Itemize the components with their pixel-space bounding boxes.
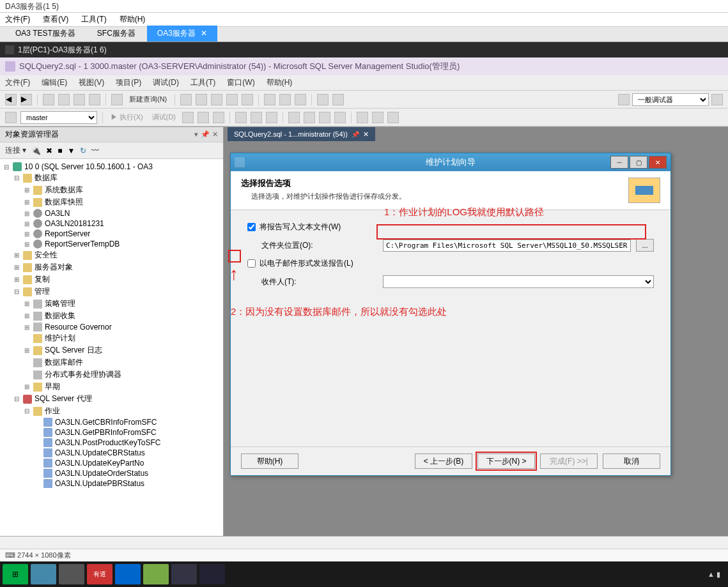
tb-xmla-icon[interactable] — [226, 94, 238, 105]
refresh-icon[interactable]: ↻ — [80, 146, 86, 155]
tree-job6[interactable]: OA3LN.UpdateOrderStatus — [55, 469, 148, 478]
save-report-checkbox[interactable] — [247, 223, 256, 231]
taskbar-tray[interactable]: ▲ ▮ — [708, 570, 725, 579]
back-button[interactable]: < 上一步(B) — [415, 454, 472, 469]
expand-agent[interactable]: ⊟ — [13, 395, 20, 402]
new-project-button[interactable] — [43, 94, 54, 105]
next-button[interactable]: 下一步(N) > — [477, 454, 535, 469]
menu-tools[interactable]: 工具(T) — [190, 77, 215, 88]
email-report-checkbox[interactable] — [247, 259, 256, 268]
browse-button[interactable]: ... — [636, 239, 654, 252]
outer-tab-sfc[interactable]: SFC服务器 — [87, 26, 146, 42]
indent-button[interactable] — [319, 112, 330, 123]
tree-maintplan[interactable]: 维护计划 — [45, 333, 75, 344]
tree-replication[interactable]: 复制 — [35, 274, 50, 285]
results-text-button[interactable] — [251, 112, 262, 123]
tree-databases[interactable]: 数据库 — [35, 172, 58, 183]
parse-button[interactable] — [197, 112, 209, 123]
tree-reportsrv[interactable]: ReportServer — [45, 229, 90, 238]
results-grid-button[interactable] — [235, 112, 247, 123]
help-button[interactable]: 帮助(H) — [241, 454, 298, 469]
new-query-button[interactable]: 新建查询(N) — [127, 93, 169, 105]
tree-resourcegov[interactable]: Resource Governor — [45, 323, 112, 332]
start-button[interactable]: ⊞ — [3, 564, 28, 584]
tree-job2[interactable]: OA3LN.GetPBRInfoFromSFC — [55, 428, 157, 437]
taskbar-app-7[interactable] — [199, 564, 225, 584]
new-query-icon[interactable] — [111, 94, 123, 105]
tree-agent[interactable]: SQL Server 代理 — [35, 393, 92, 404]
taskbar-app-4[interactable] — [115, 564, 141, 584]
results-file-button[interactable] — [266, 112, 277, 123]
close-icon[interactable]: ✕ — [201, 29, 207, 38]
tree-oa3ln2[interactable]: OA3LN20181231 — [45, 219, 104, 228]
close-button[interactable]: ✕ — [649, 156, 667, 169]
recipient-select[interactable] — [383, 275, 654, 288]
connect-dropdown[interactable]: 连接 ▾ — [5, 145, 26, 156]
open-button[interactable] — [58, 94, 70, 105]
taskbar-app-6[interactable] — [171, 564, 197, 584]
debug-button[interactable]: 调试(D) — [150, 111, 178, 123]
tb-mdx-icon[interactable] — [196, 94, 207, 105]
tree-management[interactable]: 管理 — [35, 286, 50, 297]
tree-job3[interactable]: OA3LN.PostProductKeyToSFC — [55, 438, 160, 447]
expand-server[interactable]: ⊟ — [3, 164, 10, 171]
outer-menu-view[interactable]: 查看(V) — [43, 14, 68, 25]
tree-sysdb[interactable]: 系统数据库 — [45, 185, 83, 195]
tree-policy[interactable]: 策略管理 — [45, 298, 75, 309]
nav-fwd-button[interactable]: ▶ — [20, 94, 32, 105]
tree-legacy[interactable]: 早期 — [45, 381, 60, 392]
tree-job7[interactable]: OA3LN.UpdatePBRStatus — [55, 479, 144, 488]
tree-job1[interactable]: OA3LN.GetCBRInfoFromSFC — [55, 418, 157, 427]
folder-location-input[interactable] — [383, 240, 631, 252]
copy-button[interactable] — [279, 94, 291, 105]
comment-button[interactable] — [288, 112, 300, 123]
filter-icon[interactable]: ▼ — [68, 146, 75, 155]
tree-job4[interactable]: OA3LN.UpdateCBRStatus — [55, 448, 145, 457]
tree-jobs[interactable]: 作业 — [45, 406, 60, 416]
menu-window[interactable]: 窗口(W) — [227, 77, 254, 88]
tree-server[interactable]: 10 0 (SQL Server 10.50.1600.1 - OA3 — [24, 162, 153, 171]
save-all-button[interactable] — [89, 94, 100, 105]
menu-file[interactable]: 文件(F) — [5, 77, 30, 88]
redo-button[interactable] — [332, 94, 344, 105]
tree-security[interactable]: 安全性 — [35, 250, 58, 261]
stop-button[interactable] — [182, 112, 194, 123]
tree-serverobj[interactable]: 服务器对象 — [35, 262, 73, 273]
expand-jobs[interactable]: ⊟ — [23, 408, 31, 415]
wizard-titlebar[interactable]: 维护计划向导 ─ ▢ ✕ — [231, 153, 670, 171]
object-explorer-tree[interactable]: ⊟10 0 (SQL Server 10.50.1600.1 - OA3 ⊟数据… — [0, 159, 223, 536]
outer-tab-oa3[interactable]: OA3服务器✕ — [147, 26, 217, 42]
outer-menu-file[interactable]: 文件(F) — [5, 14, 30, 25]
database-select[interactable]: master — [20, 111, 97, 124]
menu-debug[interactable]: 调试(D) — [153, 77, 179, 88]
taskbar-app-2[interactable] — [59, 564, 84, 584]
close-icon[interactable]: ✕ — [363, 130, 369, 139]
outer-sub-tab[interactable]: 1层(PC1)-OA3服务器(1 6) — [0, 42, 728, 57]
panel-dropdown-icon[interactable]: ▾ — [194, 130, 198, 139]
minimize-button[interactable]: ─ — [610, 156, 628, 169]
tree-datacoll[interactable]: 数据收集 — [45, 310, 75, 321]
outdent-button[interactable] — [334, 112, 346, 123]
panel-close-icon[interactable]: ✕ — [212, 130, 218, 139]
tb-dax-icon[interactable] — [242, 94, 253, 105]
tree-dtc[interactable]: 分布式事务处理协调器 — [45, 369, 121, 380]
tree-dbsnap[interactable]: 数据库快照 — [45, 197, 83, 208]
pin-icon[interactable]: 📌 — [352, 131, 359, 138]
expand-databases[interactable]: ⊟ — [13, 174, 20, 181]
taskbar-app-3[interactable]: 有道 — [87, 564, 112, 584]
tree-job5[interactable]: OA3LN.UpdateKeyPartNo — [55, 459, 144, 468]
menu-help[interactable]: 帮助(H) — [267, 77, 293, 88]
tree-dbmail[interactable]: 数据库邮件 — [45, 357, 83, 368]
taskbar-app-1[interactable] — [31, 564, 56, 584]
document-tab[interactable]: SQLQuery2.sql - 1...ministrator (54)) 📌 … — [228, 127, 375, 141]
tree-reportsrvtmp[interactable]: ReportServerTempDB — [45, 240, 120, 248]
paste-button[interactable] — [295, 94, 306, 105]
outer-tab-test[interactable]: OA3 TEST服务器 — [5, 26, 86, 42]
outer-menu-tools[interactable]: 工具(T) — [81, 14, 106, 25]
menu-view[interactable]: 视图(V) — [79, 77, 104, 88]
taskbar-app-5[interactable] — [143, 564, 169, 584]
menu-project[interactable]: 项目(P) — [116, 77, 141, 88]
maximize-button[interactable]: ▢ — [630, 156, 647, 169]
tb-db-engine-icon[interactable] — [180, 94, 192, 105]
expand-management[interactable]: ⊟ — [13, 288, 20, 295]
